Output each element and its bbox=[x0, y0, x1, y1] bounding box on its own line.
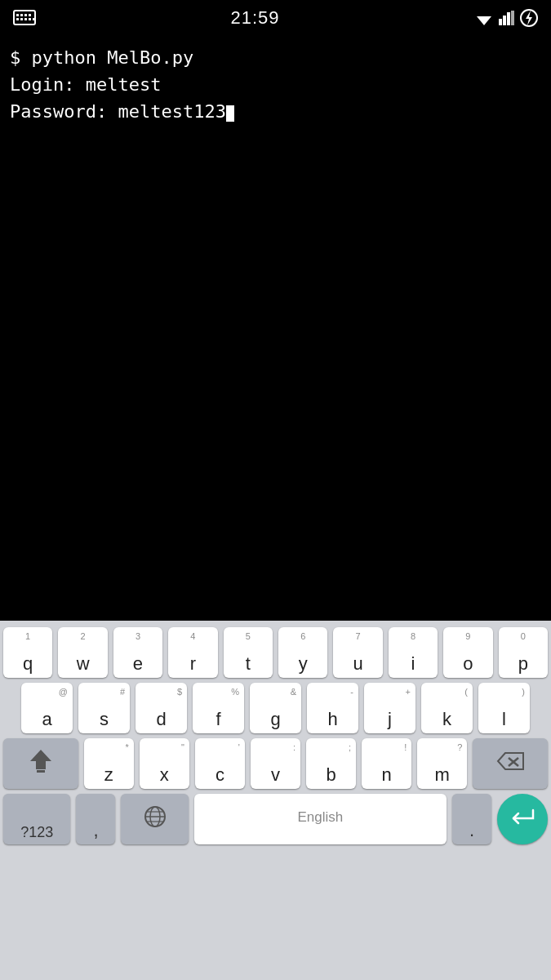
key-w[interactable]: 2 w bbox=[58, 627, 107, 678]
key-z[interactable]: * z bbox=[84, 738, 134, 789]
svg-rect-6 bbox=[20, 18, 23, 20]
keyboard-row-2: @ a # s $ d % f & g - h + j ( k bbox=[3, 683, 548, 733]
svg-marker-10 bbox=[477, 16, 491, 25]
status-bar: 21:59 bbox=[0, 0, 551, 36]
terminal-cursor bbox=[226, 105, 234, 122]
keyboard: 1 q 2 w 3 e 4 r 5 t 6 y 7 u 8 i bbox=[0, 621, 551, 980]
battery-icon bbox=[520, 9, 538, 27]
globe-key[interactable] bbox=[121, 794, 188, 844]
svg-rect-11 bbox=[499, 19, 502, 25]
shift-key[interactable] bbox=[3, 738, 78, 789]
enter-key[interactable] bbox=[497, 794, 548, 844]
svg-rect-14 bbox=[511, 11, 514, 25]
key-h[interactable]: - h bbox=[307, 683, 358, 733]
svg-rect-2 bbox=[20, 14, 23, 16]
key-q[interactable]: 1 q bbox=[3, 627, 52, 678]
key-c[interactable]: ' c bbox=[195, 738, 245, 789]
key-period[interactable]: . bbox=[452, 794, 491, 844]
keyboard-row-1: 1 q 2 w 3 e 4 r 5 t 6 y 7 u 8 i bbox=[3, 627, 548, 678]
svg-rect-12 bbox=[503, 16, 506, 25]
num-switch-key[interactable]: ?123 bbox=[3, 794, 70, 844]
key-r[interactable]: 4 r bbox=[168, 627, 217, 678]
key-o[interactable]: 9 o bbox=[443, 627, 492, 678]
terminal-output: $ python MelBo.py Login: meltest Passwor… bbox=[0, 36, 551, 621]
svg-rect-1 bbox=[16, 14, 19, 16]
key-k[interactable]: ( k bbox=[421, 683, 473, 733]
svg-rect-18 bbox=[37, 770, 45, 773]
svg-rect-9 bbox=[33, 18, 34, 20]
space-key[interactable]: English bbox=[194, 794, 447, 844]
key-f[interactable]: % f bbox=[193, 683, 244, 733]
svg-rect-8 bbox=[29, 18, 31, 20]
key-comma[interactable]: , bbox=[76, 794, 115, 844]
key-p[interactable]: 0 p bbox=[499, 627, 548, 678]
svg-marker-19 bbox=[498, 753, 523, 769]
shift-icon bbox=[29, 748, 52, 774]
key-n[interactable]: ! n bbox=[362, 738, 411, 789]
key-v[interactable]: : v bbox=[251, 738, 300, 789]
keyboard-row-4: ?123 , English . bbox=[3, 794, 548, 844]
key-b[interactable]: ; b bbox=[306, 738, 356, 789]
terminal-line-1: $ python MelBo.py bbox=[10, 44, 541, 71]
key-u[interactable]: 7 u bbox=[333, 627, 382, 678]
svg-rect-4 bbox=[29, 14, 31, 16]
svg-rect-0 bbox=[14, 11, 35, 24]
svg-rect-13 bbox=[507, 12, 510, 25]
key-y[interactable]: 6 y bbox=[278, 627, 327, 678]
status-time: 21:59 bbox=[230, 7, 279, 29]
terminal-line-3: Password: meltest123 bbox=[10, 98, 541, 125]
key-t[interactable]: 5 t bbox=[224, 627, 273, 678]
wifi-icon bbox=[474, 11, 494, 25]
svg-marker-16 bbox=[526, 11, 532, 25]
keyboard-row-3: * z " x ' c : v ; b ! n ? m bbox=[3, 738, 548, 789]
status-right bbox=[474, 9, 538, 27]
svg-rect-5 bbox=[16, 18, 19, 20]
keyboard-icon bbox=[13, 10, 36, 26]
backspace-key[interactable] bbox=[473, 738, 548, 789]
key-l[interactable]: ) l bbox=[478, 683, 530, 733]
key-i[interactable]: 8 i bbox=[389, 627, 438, 678]
svg-rect-3 bbox=[24, 14, 27, 16]
signal-icon bbox=[499, 11, 515, 25]
key-s[interactable]: # s bbox=[78, 683, 130, 733]
key-x[interactable]: " x bbox=[140, 738, 189, 789]
terminal-line-2: Login: meltest bbox=[10, 71, 541, 98]
enter-icon bbox=[510, 807, 535, 826]
svg-marker-17 bbox=[30, 750, 51, 769]
key-g[interactable]: & g bbox=[250, 683, 301, 733]
key-j[interactable]: + j bbox=[364, 683, 415, 733]
svg-rect-7 bbox=[24, 18, 27, 20]
status-left bbox=[13, 10, 36, 26]
key-a[interactable]: @ a bbox=[21, 683, 73, 733]
backspace-icon bbox=[495, 751, 525, 772]
key-e[interactable]: 3 e bbox=[113, 627, 162, 678]
key-d[interactable]: $ d bbox=[136, 683, 187, 733]
globe-icon bbox=[144, 805, 167, 828]
key-m[interactable]: ? m bbox=[417, 738, 467, 789]
